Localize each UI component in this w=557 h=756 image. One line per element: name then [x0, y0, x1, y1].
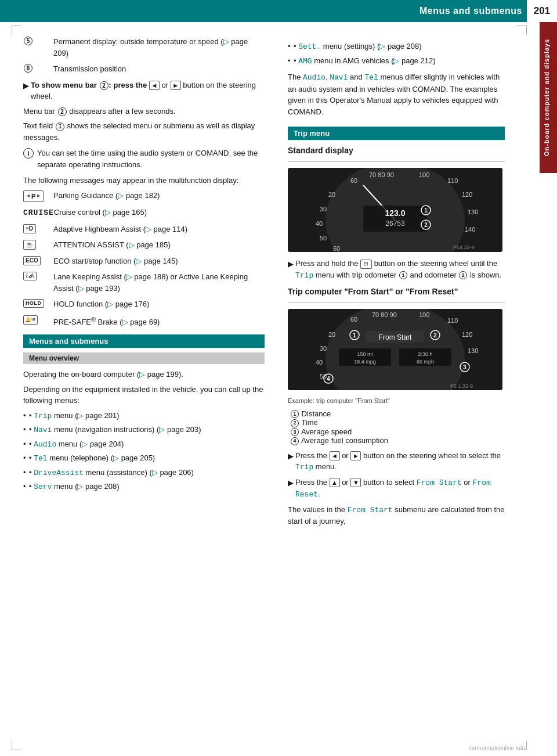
svg-text:3: 3 — [463, 364, 466, 370]
symbol-highbeam: ≡D Adaptive Highbeam Assist (▷ page 114) — [23, 224, 265, 235]
symbol-presafe: 🔔!⊕ PRE-SAFE® Brake (▷ page 69) — [23, 315, 265, 328]
header-bar: Menus and submenus — [0, 0, 557, 22]
item-5: 5 Permanent display: outside temperature… — [23, 36, 265, 59]
svg-text:100: 100 — [419, 171, 429, 178]
symbol-eco: ECO ECO start/stop function (▷ page 145) — [23, 255, 265, 267]
speedometer-svg-2: 20 30 40 50 60 70 80 90 100 110 120 130 … — [288, 309, 502, 390]
svg-text:60 mph: 60 mph — [417, 359, 434, 365]
trip-menu-label: Trip menu — [294, 129, 330, 138]
parking-text: Parking Guidance (▷ page 182) — [53, 190, 265, 201]
menu-item-serv: • Serv menu (▷ page 208) — [23, 481, 265, 493]
menu-item-tel: • Tel menu (telephone) (▷ page 205) — [23, 452, 265, 465]
sidebar-tab: On-board computer and displays — [540, 22, 557, 173]
press-select-heading: ▶ Press the ◄ or ► button on the steerin… — [288, 450, 505, 473]
left-btn-2[interactable]: ◄ — [330, 451, 340, 460]
menu-item-driveassist: • DriveAssist menu (assistance) (▷ page … — [23, 467, 265, 479]
svg-text:60: 60 — [350, 177, 357, 184]
operating-text: Operating the on-board computer (▷ page … — [23, 369, 265, 380]
parking-icon-cell: ◄P► — [23, 190, 53, 203]
svg-text:110: 110 — [447, 317, 458, 324]
trip-computer-heading: Trip computer "From Start" or "From Rese… — [288, 286, 505, 298]
symbol-parking: ◄P► Parking Guidance (▷ page 182) — [23, 190, 265, 203]
svg-text:50: 50 — [320, 373, 327, 380]
svg-text:120: 120 — [462, 191, 472, 198]
left-btn[interactable]: ◄ — [149, 81, 160, 90]
presafe-icon: 🔔!⊕ — [23, 315, 38, 325]
annotation-2: 2 Time — [290, 418, 505, 427]
press-updown-arrow: ▶ — [288, 478, 293, 488]
dashboard-image-2: 20 30 40 50 60 70 80 90 100 110 120 130 … — [288, 309, 502, 390]
press-select-text: Press the ◄ or ► button on the steering … — [295, 450, 505, 473]
annotation-4: 4 Average fuel consumption — [290, 436, 505, 445]
svg-text:2:30 h: 2:30 h — [418, 351, 432, 357]
arrow-tri: ▶ — [23, 81, 28, 91]
attention-text: ATTENTION ASSIST (▷ page 185) — [53, 239, 265, 251]
svg-text:18.4 mpg: 18.4 mpg — [354, 359, 376, 365]
annotation-1: 1 Distance — [290, 409, 505, 419]
hold-icon: HOLD — [23, 299, 44, 308]
hold-btn[interactable]: ⊟ — [360, 260, 372, 269]
page-number: 201 — [534, 5, 550, 17]
press-updown-heading: ▶ Press the ▲ or ▼ button to select From… — [288, 477, 505, 501]
attention-icon-cell: ☕ — [23, 239, 53, 250]
svg-text:123.0: 123.0 — [385, 208, 405, 218]
eco-icon: ECO — [23, 256, 41, 265]
item-5-symbol: 5 — [23, 36, 53, 45]
attention-icon: ☕ — [23, 240, 36, 250]
svg-text:P54.32-9: P54.32-9 — [453, 244, 475, 250]
press-updown-text: Press the ▲ or ▼ button to select From S… — [295, 477, 505, 501]
up-btn[interactable]: ▲ — [330, 478, 340, 487]
corner-tl — [12, 26, 21, 35]
svg-text:130: 130 — [468, 347, 478, 354]
following-messages: The following messages may appear in the… — [23, 175, 265, 186]
menu-item-sett: • Sett. menu (settings) (▷ page 208) — [288, 41, 505, 53]
menu-item-amg: • AMG menu in AMG vehicles (▷ page 212) — [288, 55, 505, 67]
parking-icon: ◄P► — [23, 190, 44, 203]
svg-text:26753: 26753 — [385, 219, 405, 228]
highbeam-text: Adaptive Highbeam Assist (▷ page 114) — [53, 224, 265, 235]
example-caption: Example: trip computer "From Start" — [288, 396, 505, 406]
dashboard-image-1: 20 30 40 50 60 60 70 80 90 100 110 120 1… — [288, 168, 502, 252]
svg-text:130: 130 — [468, 208, 478, 215]
svg-text:70 80 90: 70 80 90 — [372, 311, 397, 318]
svg-text:70 80 90: 70 80 90 — [369, 171, 394, 178]
press-hold-arrow: ▶ — [288, 259, 293, 269]
svg-text:20: 20 — [328, 191, 335, 198]
menu-list: • Trip menu (▷ page 201) • Navi menu (na… — [23, 410, 265, 493]
svg-text:100: 100 — [419, 311, 429, 318]
annotation-3: 3 Average speed — [290, 427, 505, 437]
header-title: Menus and submenus — [419, 6, 522, 16]
svg-text:2: 2 — [433, 332, 437, 339]
right-btn-2[interactable]: ► — [350, 451, 361, 460]
sidebar-tab-label: On-board computer and displays — [543, 39, 550, 156]
item-6: 6 Transmission position — [23, 63, 265, 75]
page-number-box: 201 — [527, 0, 557, 22]
symbol-hold: HOLD HOLD function (▷ page 176) — [23, 298, 265, 310]
menu-overview-header: Menu overview — [23, 352, 265, 364]
menus-submenus-header: Menus and submenus — [23, 334, 265, 348]
speedometer-svg-1: 20 30 40 50 60 60 70 80 90 100 110 120 1… — [288, 168, 502, 252]
left-column: 5 Permanent display: outside temperature… — [0, 31, 278, 535]
press-hold-text: Press and hold the ⊟ button on the steer… — [295, 258, 505, 281]
eco-icon-cell: ECO — [23, 255, 53, 265]
press-hold-heading: ▶ Press and hold the ⊟ button on the ste… — [288, 258, 505, 281]
right-btn[interactable]: ► — [171, 81, 181, 90]
info-block: i You can set the time using the audio s… — [23, 147, 265, 170]
menu-item-trip: • Trip menu (▷ page 201) — [23, 410, 265, 422]
menu-overview-label: Menu overview — [29, 354, 79, 362]
values-text: The values in the From Start submenu are… — [288, 504, 505, 527]
show-menu-bar-heading: ▶ To show menu bar 2: press the ◄ or ► b… — [23, 80, 265, 102]
down-btn[interactable]: ▼ — [350, 478, 361, 487]
svg-text:2: 2 — [424, 222, 428, 228]
standard-display-heading: Standard display — [288, 145, 505, 157]
differ-text: The Audio, Navi and Tel menus differ sli… — [288, 71, 505, 117]
menu-list-right: • Sett. menu (settings) (▷ page 208) • A… — [288, 41, 505, 67]
cruise-icon: CRUISE — [23, 207, 54, 219]
info-text: You can set the time using the audio sys… — [37, 147, 265, 170]
press-select-arrow: ▶ — [288, 451, 293, 462]
svg-text:120: 120 — [462, 331, 472, 338]
watermark: carmanualsonline.info — [469, 745, 525, 751]
circle-6: 6 — [24, 64, 32, 73]
circle-5: 5 — [24, 37, 32, 45]
svg-text:60: 60 — [350, 316, 357, 323]
